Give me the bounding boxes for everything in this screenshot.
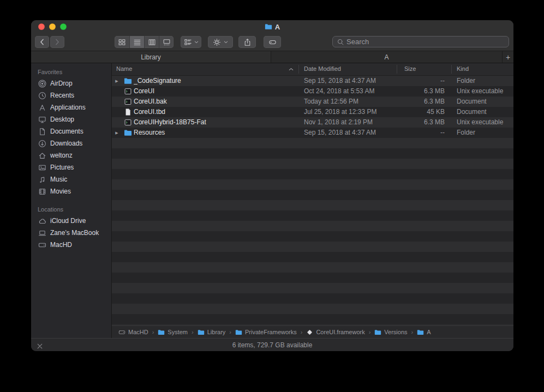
documents-icon xyxy=(38,128,46,136)
column-divider[interactable] xyxy=(451,65,452,74)
sidebar-item-home[interactable]: weltonz xyxy=(31,149,111,161)
laptop-icon xyxy=(38,229,46,237)
file-kind: Unix executable xyxy=(451,117,513,128)
tag-button[interactable] xyxy=(264,36,281,48)
status-bar: 6 items, 729.7 GB available xyxy=(31,338,513,351)
sidebar-item-machd[interactable]: MacHD xyxy=(31,239,111,251)
forward-button[interactable] xyxy=(50,36,64,48)
sidebar-section-locations: Locations xyxy=(31,205,111,215)
search-field[interactable] xyxy=(332,36,509,47)
chevron-down-icon xyxy=(224,41,228,44)
table-row[interactable]: CoreUI.tbd Jul 25, 2018 at 12:33 PM 45 K… xyxy=(112,107,513,117)
file-kind: Unix executable xyxy=(451,86,513,97)
column-header-date-modified[interactable]: Date Modified xyxy=(304,65,341,72)
tab-a[interactable]: A xyxy=(271,51,502,63)
table-row[interactable]: ▶ _CodeSignature Sep 15, 2018 at 4:37 AM… xyxy=(112,76,513,86)
pictures-icon xyxy=(38,164,46,172)
share-button[interactable] xyxy=(238,36,256,48)
file-date: Sep 15, 2018 at 4:37 AM xyxy=(298,128,397,138)
path-item-a[interactable]: A xyxy=(417,329,431,336)
gallery-view-icon xyxy=(163,39,171,46)
file-kind: Document xyxy=(451,97,513,107)
sidebar-item-pictures[interactable]: Pictures xyxy=(31,161,111,173)
table-row[interactable]: CoreUIHybrid-18B75-Fat Nov 1, 2018 at 2:… xyxy=(112,117,513,128)
folder-icon xyxy=(235,329,242,336)
file-name: CoreUIHybrid-18B75-Fat xyxy=(134,117,298,128)
plus-icon: + xyxy=(506,53,510,62)
sidebar-item-downloads[interactable]: Downloads xyxy=(31,137,111,149)
path-item-coreui-framework[interactable]: CoreUI.framework xyxy=(306,329,364,336)
search-icon xyxy=(337,39,344,45)
file-name: CoreUI.tbd xyxy=(134,107,298,117)
file-date: Nov 1, 2018 at 2:19 PM xyxy=(298,117,397,128)
sidebar: Favorites AirDrop Recents Applications D… xyxy=(31,63,112,338)
airdrop-icon xyxy=(38,80,46,88)
gallery-view-button[interactable] xyxy=(159,36,174,48)
table-row[interactable]: ▶ Resources Sep 15, 2018 at 4:37 AM -- F… xyxy=(112,128,513,138)
column-view-button[interactable] xyxy=(144,36,159,48)
sidebar-item-movies[interactable]: Movies xyxy=(31,185,111,197)
file-size: 6.3 MB xyxy=(397,97,451,107)
table-row[interactable]: CoreUI Oct 24, 2018 at 5:53 AM 6.3 MB Un… xyxy=(112,86,513,97)
column-header-name[interactable]: Name xyxy=(116,65,132,72)
path-bar: MacHD › System › Library › PrivateFramew… xyxy=(112,325,513,338)
path-separator: › xyxy=(411,329,414,335)
disclosure-triangle[interactable]: ▶ xyxy=(112,76,122,86)
file-size: 45 KB xyxy=(397,107,451,117)
action-button[interactable] xyxy=(208,36,233,48)
executable-icon xyxy=(122,117,134,128)
column-header-kind[interactable]: Kind xyxy=(457,65,469,72)
column-divider[interactable] xyxy=(298,65,299,74)
folder-icon xyxy=(198,329,205,336)
file-size: 6.3 MB xyxy=(397,86,451,97)
x-mark-icon xyxy=(37,342,43,348)
applications-icon xyxy=(38,104,46,112)
path-item-versions[interactable]: Versions xyxy=(374,329,407,336)
sidebar-item-macbook[interactable]: Zane’s MacBook xyxy=(31,227,111,239)
path-separator: › xyxy=(229,329,231,335)
back-button[interactable] xyxy=(35,36,49,48)
table-row[interactable]: CoreUI.bak Today at 12:56 PM 6.3 MB Docu… xyxy=(112,97,513,107)
file-size: -- xyxy=(397,128,451,138)
path-item-system[interactable]: System xyxy=(158,329,188,336)
path-item-machd[interactable]: MacHD xyxy=(118,329,148,336)
file-kind: Folder xyxy=(451,128,513,138)
folder-icon xyxy=(417,329,424,336)
title-bar[interactable]: A xyxy=(31,20,513,33)
file-date: Jul 25, 2018 at 12:33 PM xyxy=(298,107,397,117)
path-separator: › xyxy=(369,329,371,335)
sidebar-item-icloud-drive[interactable]: iCloud Drive xyxy=(31,215,111,227)
sidebar-item-music[interactable]: Music xyxy=(31,173,111,185)
drive-icon xyxy=(118,329,125,336)
executable-icon xyxy=(122,86,134,97)
view-mode-segmented-control xyxy=(115,36,174,48)
icon-view-button[interactable] xyxy=(115,36,129,48)
disclosure-triangle[interactable]: ▶ xyxy=(112,128,122,138)
home-icon xyxy=(38,152,46,160)
sidebar-item-recents[interactable]: Recents xyxy=(31,89,111,101)
music-icon xyxy=(38,176,46,184)
path-item-privateframeworks[interactable]: PrivateFrameworks xyxy=(235,329,297,336)
search-input[interactable] xyxy=(346,38,504,46)
share-icon xyxy=(243,38,252,46)
sidebar-item-desktop[interactable]: Desktop xyxy=(31,113,111,125)
column-divider[interactable] xyxy=(397,65,397,74)
sidebar-section-favorites: Favorites xyxy=(31,68,111,77)
new-tab-button[interactable]: + xyxy=(502,51,513,63)
recents-icon xyxy=(38,92,46,100)
sidebar-item-airdrop[interactable]: AirDrop xyxy=(31,77,111,89)
document-icon xyxy=(122,107,134,117)
sidebar-item-documents[interactable]: Documents xyxy=(31,125,111,137)
sidebar-item-applications[interactable]: Applications xyxy=(31,101,111,113)
tab-library[interactable]: Library xyxy=(31,51,271,63)
column-header-size[interactable]: Size xyxy=(404,65,416,72)
desktop-icon xyxy=(38,116,46,124)
list-view-button[interactable] xyxy=(129,36,144,48)
group-button[interactable] xyxy=(181,36,201,48)
path-item-library[interactable]: Library xyxy=(198,329,226,336)
folder-icon xyxy=(158,329,165,336)
gear-icon xyxy=(213,38,221,46)
path-separator: › xyxy=(301,329,303,335)
file-name: CoreUI.bak xyxy=(134,97,298,107)
sort-ascending-icon xyxy=(289,68,294,71)
